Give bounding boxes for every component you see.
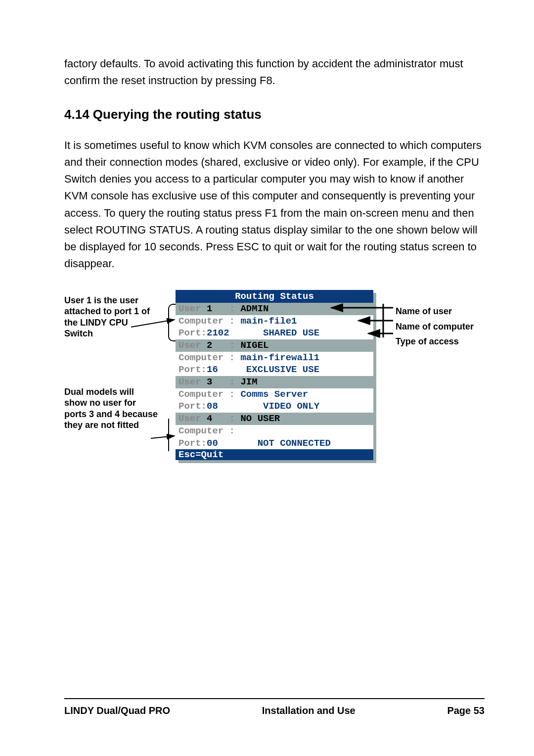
routing-entry: User 1 : ADMIN Computer : main-file1 Por… xyxy=(176,303,373,339)
user-row: User 3 : JIM xyxy=(176,376,373,388)
computer-row: Computer : main-firewall1 xyxy=(176,352,373,364)
user-row: User 1 : ADMIN xyxy=(176,303,373,315)
port-access-row: Port:2102 SHARED USE xyxy=(176,327,373,339)
osd-title: Routing Status xyxy=(176,290,373,303)
routing-status-diagram: User 1 is the user attached to port 1 of… xyxy=(64,290,485,513)
section-heading: 4.14 Querying the routing status xyxy=(64,107,485,122)
port-access-row: Port:08 VIDEO ONLY xyxy=(176,400,373,413)
annotation-left-port1: User 1 is the user attached to port 1 of… xyxy=(64,295,158,339)
routing-entry: User 4 : NO USER Computer : Port:00 NOT … xyxy=(176,413,373,449)
label-name-of-user: Name of user xyxy=(396,304,474,319)
routing-entry: User 2 : NIGEL Computer : main-firewall1… xyxy=(176,339,373,376)
bracket-icon xyxy=(168,419,176,451)
computer-row: Computer : xyxy=(176,425,373,437)
body-paragraph: It is sometimes useful to know which KVM… xyxy=(64,137,485,272)
right-annotations: Name of user Name of computer Type of ac… xyxy=(396,304,474,349)
page-footer: LINDY Dual/Quad PRO Installation and Use… xyxy=(64,698,485,716)
footer-center: Installation and Use xyxy=(262,705,356,716)
user-row: User 4 : NO USER xyxy=(176,413,373,425)
port-access-row: Port:16 EXCLUSIVE USE xyxy=(176,364,373,376)
footer-right: Page 53 xyxy=(447,705,485,716)
routing-entry: User 3 : JIM Computer : Comms Server Por… xyxy=(176,376,373,413)
annotation-left-dual: Dual models will show no user for ports … xyxy=(64,386,158,431)
user-row: User 2 : NIGEL xyxy=(176,339,373,352)
routing-status-osd: Routing Status User 1 : ADMIN Computer :… xyxy=(176,290,373,460)
bracket-icon xyxy=(168,304,176,341)
port-access-row: Port:00 NOT CONNECTED xyxy=(176,437,373,450)
osd-footer: Esc=Quit xyxy=(176,449,373,460)
footer-left: LINDY Dual/Quad PRO xyxy=(64,705,170,716)
label-type-of-access: Type of access xyxy=(396,334,474,349)
intro-paragraph: factory defaults. To avoid activating th… xyxy=(64,55,485,89)
computer-row: Computer : main-file1 xyxy=(176,315,373,328)
computer-row: Computer : Comms Server xyxy=(176,388,373,401)
label-name-of-computer: Name of computer xyxy=(396,319,474,334)
